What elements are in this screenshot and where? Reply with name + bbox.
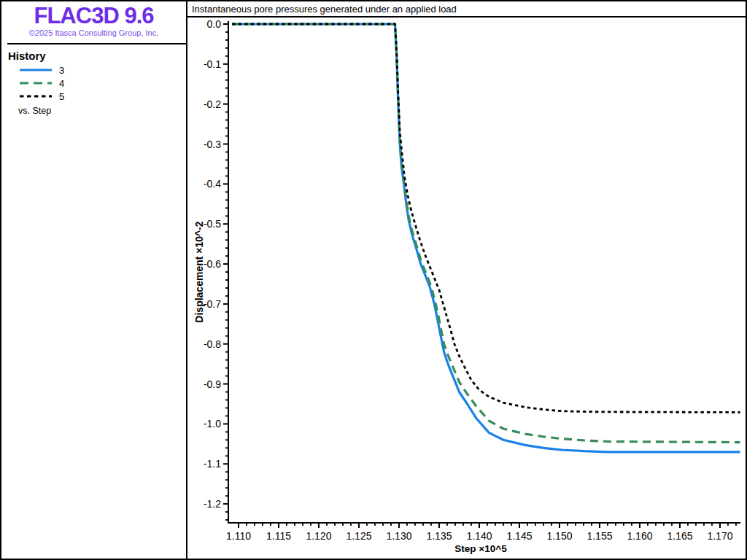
legend-item-history-4: 4 xyxy=(19,78,186,88)
y-axis-label: Displacement ×10^-2 xyxy=(193,221,205,322)
history-plot-canvas[interactable]: 1.1101.1151.1201.1251.1301.1351.1401.145… xyxy=(187,18,746,557)
x-tick-label: 1.150 xyxy=(546,530,572,542)
x-tick-label: 1.165 xyxy=(667,530,692,542)
y-tick-label: -0.5 xyxy=(204,218,221,230)
x-tick-label: 1.115 xyxy=(266,530,291,542)
chart-title: Instantaneous pore pressures generated u… xyxy=(192,4,457,15)
legend-item-label: 4 xyxy=(59,78,64,89)
y-tick-label: 0.0 xyxy=(207,18,222,30)
series-line-history-5 xyxy=(232,24,740,413)
x-tick-label: 1.135 xyxy=(426,530,452,542)
y-tick-label: -1.0 xyxy=(204,418,221,429)
sidebar: FLAC3D 9.6 ©2025 Itasca Consulting Group… xyxy=(1,1,187,559)
legend-line-solid-icon xyxy=(19,67,53,73)
y-tick-label: -0.3 xyxy=(204,139,221,150)
x-axis-label: Step ×10^5 xyxy=(454,543,506,554)
flac3d-logo: FLAC3D 9.6 xyxy=(1,4,186,28)
y-tick-label: -0.4 xyxy=(204,178,221,190)
y-tick-label: -0.2 xyxy=(204,98,221,110)
x-tick-label: 1.120 xyxy=(306,530,331,542)
y-tick-label: -1.2 xyxy=(204,498,221,510)
y-tick-label: -0.1 xyxy=(204,58,221,70)
x-tick-label: 1.125 xyxy=(346,530,371,542)
flac3d-plot-window: FLAC3D 9.6 ©2025 Itasca Consulting Group… xyxy=(0,0,747,560)
x-tick-label: 1.130 xyxy=(386,530,411,542)
x-tick-label: 1.170 xyxy=(707,530,732,542)
x-tick-label: 1.155 xyxy=(587,530,612,542)
y-tick-label: -0.9 xyxy=(204,378,221,390)
legend-item-label: 3 xyxy=(59,65,64,76)
copyright-text: ©2025 Itasca Consulting Group, Inc. xyxy=(1,28,186,38)
y-tick-label: -1.1 xyxy=(204,458,221,470)
chart-panel: Instantaneous pore pressures generated u… xyxy=(187,1,746,559)
y-tick-label: -0.8 xyxy=(204,338,221,350)
legend-vs-step-label: vs. Step xyxy=(18,106,186,116)
legend-title: History xyxy=(8,50,186,62)
series-line-history-4 xyxy=(232,24,740,443)
y-tick-label: -0.7 xyxy=(204,298,221,310)
axes xyxy=(228,21,740,523)
chart-title-bar: Instantaneous pore pressures generated u… xyxy=(187,1,746,18)
legend-line-dashed-icon xyxy=(19,80,53,86)
y-tick-label: -0.6 xyxy=(204,258,221,270)
legend-item-label: 5 xyxy=(59,91,64,102)
x-tick-label: 1.145 xyxy=(506,530,532,542)
sidebar-divider xyxy=(7,43,186,44)
x-tick-label: 1.160 xyxy=(627,530,652,542)
x-tick-label: 1.140 xyxy=(466,530,492,542)
legend-item-history-3: 3 xyxy=(19,65,186,75)
series-line-history-3 xyxy=(232,24,740,452)
legend-item-history-5: 5 xyxy=(19,91,186,101)
x-tick-label: 1.110 xyxy=(226,530,251,542)
legend-line-dotted-icon xyxy=(19,93,53,99)
